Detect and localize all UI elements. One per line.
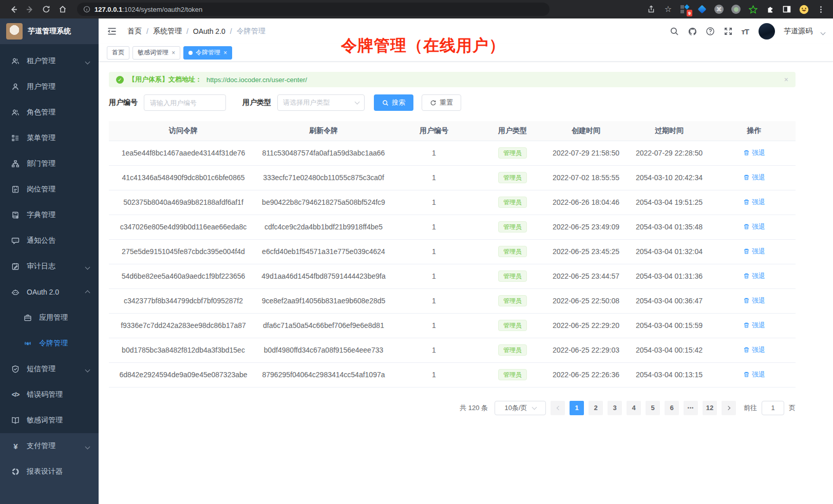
github-icon[interactable]: [687, 26, 697, 36]
search-button[interactable]: 搜索: [374, 94, 413, 111]
access-token-cell: b0d1785bc3a8482f812db4a3f3bd15ec: [109, 338, 258, 362]
page-button-3[interactable]: 3: [608, 401, 622, 415]
sidebar-item-user[interactable]: 用户管理: [0, 74, 99, 100]
next-page-button[interactable]: [722, 401, 736, 415]
chevron-down-icon[interactable]: [821, 28, 825, 36]
force-logout-button[interactable]: 强退: [743, 296, 765, 305]
sidebar-item-announcement-bubble[interactable]: 通知公告: [0, 228, 99, 254]
extension-command-icon[interactable]: ⌘: [714, 4, 724, 14]
share-icon[interactable]: [646, 4, 656, 14]
chevron-down-icon: [86, 262, 89, 270]
sidebar-item-sms-shield[interactable]: 短信管理: [0, 356, 99, 382]
force-logout-button[interactable]: 强退: [743, 173, 765, 182]
app-logo[interactable]: 芋道管理系统: [0, 18, 99, 44]
user-name[interactable]: 芋道源码: [784, 27, 812, 36]
sidebar-item-org-tree[interactable]: 部门管理: [0, 151, 99, 177]
column-header: 操作: [713, 121, 796, 141]
tag-敏感词管理[interactable]: 敏感词管理×: [132, 46, 180, 60]
page-size-select[interactable]: 10条/页: [495, 401, 546, 415]
sidebar-item-tenant-users[interactable]: 租户管理: [0, 48, 99, 74]
user-id-cell: 1: [389, 239, 479, 264]
trash-icon: [743, 346, 750, 353]
browser-forward-icon[interactable]: [23, 2, 37, 16]
breadcrumb-item[interactable]: 首页: [127, 27, 142, 36]
sidebar-item-post-card[interactable]: 岗位管理: [0, 177, 99, 202]
sidebar-item-sensitive-word-book[interactable]: 敏感词管理: [0, 408, 99, 433]
page-button-6[interactable]: 6: [665, 401, 679, 415]
prev-page-button[interactable]: [551, 401, 565, 415]
reset-button[interactable]: 重置: [422, 94, 461, 111]
sidebar-toggle-icon[interactable]: [782, 4, 792, 14]
force-logout-button[interactable]: 强退: [743, 345, 765, 355]
search-icon[interactable]: [669, 26, 679, 36]
refresh-token-cell: cdfc4ce9c2da4bb1bdf21b9918ff4be5: [258, 215, 389, 239]
bookmark-star-icon[interactable]: ☆: [663, 4, 673, 14]
help-icon[interactable]: [705, 26, 715, 36]
page-unit-label: 页: [789, 403, 796, 413]
expire-time-cell: 2054-03-04 01:35:48: [626, 215, 713, 239]
force-logout-button[interactable]: 强退: [743, 321, 765, 330]
force-logout-button[interactable]: 强退: [743, 148, 765, 158]
user-type-cell: 管理员: [479, 190, 546, 215]
sidebar-item-payment-yen[interactable]: ¥支付管理: [0, 433, 99, 459]
page-button-5[interactable]: 5: [646, 401, 660, 415]
browser-reload-icon[interactable]: [39, 2, 53, 16]
doc-alert: ✓ 【用户体系】文档地址： https://doc.iocoder.cn/use…: [109, 72, 796, 87]
breadcrumb-item[interactable]: 系统管理: [153, 27, 182, 36]
url-bar[interactable]: 127.0.0.1:1024/system/oauth2/token: [77, 3, 550, 16]
sidebar-item-dictionary-book[interactable]: 字典管理: [0, 202, 99, 228]
extension-record-icon[interactable]: [731, 4, 741, 14]
force-logout-button[interactable]: 强退: [743, 247, 765, 256]
force-logout-button[interactable]: 强退: [743, 370, 765, 379]
tag-close-icon[interactable]: ×: [172, 50, 175, 56]
refresh-token-cell: 49d1aa46d1454fbd87591444423be9fa: [258, 264, 389, 288]
browser-back-icon[interactable]: [6, 2, 21, 16]
tag-首页[interactable]: 首页: [107, 46, 129, 60]
user-type-cell: 管理员: [479, 338, 546, 362]
fullscreen-icon[interactable]: [723, 26, 733, 36]
sensitive-word-book-icon: [11, 416, 20, 424]
sidebar-item-report-designer[interactable]: 报表设计器: [0, 459, 99, 484]
doc-link[interactable]: https://doc.iocoder.cn/user-center/: [206, 76, 307, 84]
extension-diamond-icon[interactable]: [697, 4, 707, 14]
extension-star-icon[interactable]: [748, 4, 758, 14]
site-info-icon[interactable]: [83, 6, 90, 13]
force-logout-button[interactable]: 强退: [743, 222, 765, 231]
sidebar-item-token-signal[interactable]: 令牌管理: [0, 331, 99, 356]
font-size-icon[interactable]: ᴛT: [741, 27, 749, 36]
refresh-token-cell: b0df4980ffd34c67a08f9156e4eee733: [258, 338, 389, 362]
page-button-2[interactable]: 2: [589, 401, 603, 415]
breadcrumb-item[interactable]: OAuth 2.0: [193, 27, 225, 35]
extension-puzzle-icon[interactable]: [765, 4, 775, 14]
sidebar-item-menu-tree[interactable]: 菜单管理: [0, 125, 99, 151]
created-time-cell: 2022-07-02 18:55:55: [546, 165, 626, 190]
sidebar-fold-icon[interactable]: [107, 26, 118, 37]
user-type-badge: 管理员: [498, 197, 527, 208]
avatar[interactable]: [759, 23, 775, 40]
user-id-cell: 1: [389, 338, 479, 362]
sidebar-item-oauth-robot[interactable]: OAuth 2.0: [0, 279, 99, 305]
force-logout-button[interactable]: 强退: [743, 198, 765, 207]
goto-page-input[interactable]: [762, 401, 784, 415]
user-icon: [11, 83, 20, 91]
tag-令牌管理[interactable]: 令牌管理×: [183, 46, 232, 60]
page-button-12[interactable]: 12: [703, 401, 717, 415]
sidebar-item-application-briefcase[interactable]: 应用管理: [0, 305, 99, 331]
menu-tree-icon: [11, 134, 20, 142]
user-id-input[interactable]: [144, 94, 226, 111]
sidebar: 芋道管理系统 租户管理用户管理角色管理菜单管理部门管理岗位管理字典管理通知公告审…: [0, 18, 99, 504]
sidebar-item-role-users[interactable]: 角色管理: [0, 100, 99, 125]
profile-avatar-emoji[interactable]: [799, 4, 809, 14]
page-button-4[interactable]: 4: [627, 401, 641, 415]
browser-home-icon[interactable]: [55, 2, 70, 16]
sidebar-item-error-code[interactable]: </>错误码管理: [0, 382, 99, 408]
force-logout-button[interactable]: 强退: [743, 272, 765, 281]
more-pages-button[interactable]: •••: [684, 401, 698, 415]
sidebar-item-audit-log[interactable]: 审计日志: [0, 254, 99, 279]
user-type-select[interactable]: 请选择用户类型: [277, 94, 365, 111]
page-button-1[interactable]: 1: [570, 401, 584, 415]
extension-grid-icon[interactable]: 9: [680, 4, 690, 14]
tag-close-icon[interactable]: ×: [223, 50, 227, 56]
alert-close-icon[interactable]: ×: [784, 75, 788, 84]
browser-menu-icon[interactable]: [816, 4, 826, 14]
